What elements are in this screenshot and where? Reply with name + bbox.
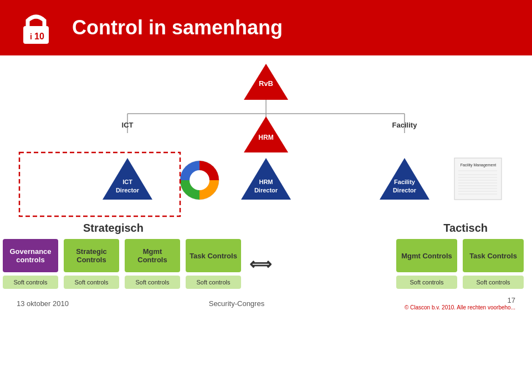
mgmt-tactisch-area: Mgmt Controls Soft controls (393, 239, 460, 289)
soft-box-task-strategic: Soft controls (186, 276, 241, 289)
footer-copyright: © Clascon b.v. 2010. Alle rechten voorbe… (405, 304, 515, 310)
svg-text:Director: Director (393, 187, 417, 194)
controls-section: Governance controls Soft controls Strate… (0, 239, 532, 289)
strategic-controls-box: Strategic Controls (64, 239, 119, 272)
mgmt-tactisch-box: Mgmt Controls (396, 239, 457, 272)
svg-text:ICT: ICT (122, 179, 132, 185)
task-strategic-box: Task Controls (186, 239, 241, 272)
soft-box-strategic: Soft controls (64, 276, 119, 289)
mgmt-strategic-box: Mgmt Controls (125, 239, 180, 272)
task-strategic-area: Task Controls Soft controls (183, 239, 244, 289)
spacer (277, 239, 393, 289)
footer-right-area: 17 © Clascon b.v. 2010. Alle rechten voo… (405, 296, 515, 310)
soft-box-mgmt-strategic: Soft controls (125, 276, 180, 289)
svg-rect-36 (19, 152, 180, 216)
svg-text:i: i (30, 32, 32, 41)
section-labels-row: Strategisch Tactisch (0, 222, 532, 235)
soft-box-governance: Soft controls (3, 276, 58, 289)
svg-text:RvB: RvB (259, 79, 273, 88)
svg-text:HRM: HRM (258, 134, 273, 141)
svg-text:Facility: Facility (394, 179, 416, 185)
footer-event: Security-Congres (209, 299, 264, 308)
svg-text:10: 10 (34, 32, 44, 41)
svg-text:ICT: ICT (122, 121, 134, 129)
governance-box: Governance controls (3, 239, 58, 272)
tactisch-label: Tactisch (443, 222, 488, 235)
svg-text:Director: Director (116, 187, 140, 194)
footer: 13 oktober 2010 Security-Congres 17 © Cl… (0, 292, 532, 313)
hierarchy-diagram: RvB HRM ICT Facility ICT Director HRM Di… (17, 61, 515, 222)
arrow-area: ⟺ (244, 239, 277, 289)
soft-box-mgmt-tactisch: Soft controls (396, 276, 457, 289)
task-tactisch-box: Task Controls (463, 239, 524, 272)
page-title: Control in samenhang (72, 16, 283, 39)
logo: i 10 (17, 8, 55, 47)
footer-page: 17 (405, 296, 515, 304)
soft-box-task-tactisch: Soft controls (463, 276, 524, 289)
mgmt-strategic-area: Mgmt Controls Soft controls (122, 239, 183, 289)
task-tactisch-area: Task Controls Soft controls (460, 239, 526, 289)
svg-text:Facility: Facility (392, 121, 418, 129)
footer-date: 13 oktober 2010 (17, 299, 69, 308)
svg-text:HRM: HRM (259, 179, 273, 185)
header: i 10 Control in samenhang (0, 0, 532, 55)
svg-text:Facility Management: Facility Management (461, 163, 497, 167)
governance-area: Governance controls Soft controls (0, 239, 61, 289)
main-content: RvB HRM ICT Facility ICT Director HRM Di… (0, 55, 532, 289)
strategic-area: Strategic Controls Soft controls (61, 239, 122, 289)
double-arrow-icon: ⟺ (249, 255, 272, 273)
svg-point-24 (190, 170, 209, 190)
svg-text:Director: Director (254, 187, 278, 194)
strategisch-label: Strategisch (83, 222, 144, 235)
